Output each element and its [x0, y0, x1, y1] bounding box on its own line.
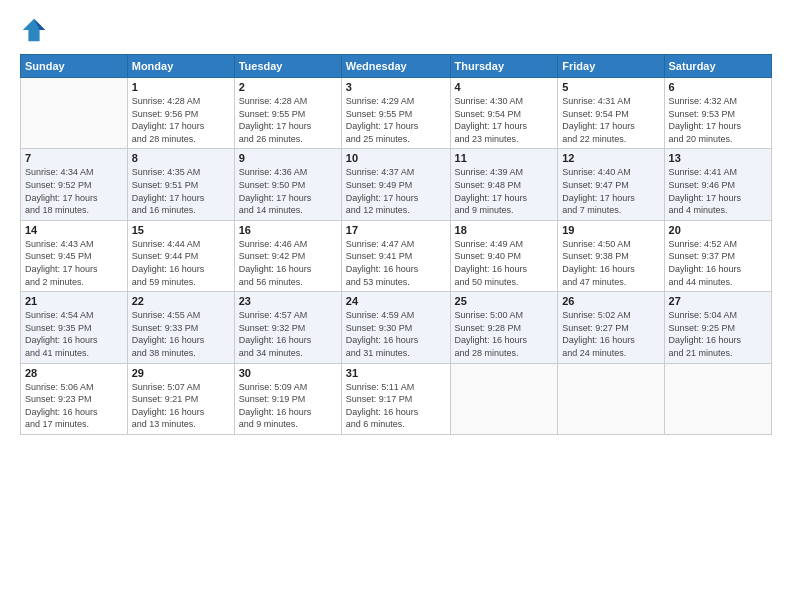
day-cell: 21Sunrise: 4:54 AM Sunset: 9:35 PM Dayli…	[21, 292, 128, 363]
calendar: SundayMondayTuesdayWednesdayThursdayFrid…	[20, 54, 772, 435]
day-number: 24	[346, 295, 446, 307]
day-cell: 26Sunrise: 5:02 AM Sunset: 9:27 PM Dayli…	[558, 292, 664, 363]
day-number: 31	[346, 367, 446, 379]
day-number: 6	[669, 81, 767, 93]
day-info: Sunrise: 4:50 AM Sunset: 9:38 PM Dayligh…	[562, 238, 659, 288]
day-info: Sunrise: 4:31 AM Sunset: 9:54 PM Dayligh…	[562, 95, 659, 145]
day-info: Sunrise: 4:28 AM Sunset: 9:55 PM Dayligh…	[239, 95, 337, 145]
day-number: 13	[669, 152, 767, 164]
week-row-5: 28Sunrise: 5:06 AM Sunset: 9:23 PM Dayli…	[21, 363, 772, 434]
day-cell: 5Sunrise: 4:31 AM Sunset: 9:54 PM Daylig…	[558, 78, 664, 149]
header	[20, 16, 772, 44]
day-info: Sunrise: 5:04 AM Sunset: 9:25 PM Dayligh…	[669, 309, 767, 359]
day-info: Sunrise: 4:44 AM Sunset: 9:44 PM Dayligh…	[132, 238, 230, 288]
day-info: Sunrise: 4:34 AM Sunset: 9:52 PM Dayligh…	[25, 166, 123, 216]
day-cell	[558, 363, 664, 434]
day-cell: 18Sunrise: 4:49 AM Sunset: 9:40 PM Dayli…	[450, 220, 558, 291]
day-info: Sunrise: 5:02 AM Sunset: 9:27 PM Dayligh…	[562, 309, 659, 359]
day-cell: 11Sunrise: 4:39 AM Sunset: 9:48 PM Dayli…	[450, 149, 558, 220]
logo	[20, 16, 52, 44]
day-cell: 14Sunrise: 4:43 AM Sunset: 9:45 PM Dayli…	[21, 220, 128, 291]
day-info: Sunrise: 4:57 AM Sunset: 9:32 PM Dayligh…	[239, 309, 337, 359]
week-row-4: 21Sunrise: 4:54 AM Sunset: 9:35 PM Dayli…	[21, 292, 772, 363]
day-cell: 28Sunrise: 5:06 AM Sunset: 9:23 PM Dayli…	[21, 363, 128, 434]
day-cell: 29Sunrise: 5:07 AM Sunset: 9:21 PM Dayli…	[127, 363, 234, 434]
day-number: 5	[562, 81, 659, 93]
day-cell: 10Sunrise: 4:37 AM Sunset: 9:49 PM Dayli…	[341, 149, 450, 220]
day-info: Sunrise: 5:09 AM Sunset: 9:19 PM Dayligh…	[239, 381, 337, 431]
day-number: 10	[346, 152, 446, 164]
day-info: Sunrise: 4:35 AM Sunset: 9:51 PM Dayligh…	[132, 166, 230, 216]
day-cell: 7Sunrise: 4:34 AM Sunset: 9:52 PM Daylig…	[21, 149, 128, 220]
day-info: Sunrise: 4:32 AM Sunset: 9:53 PM Dayligh…	[669, 95, 767, 145]
day-number: 29	[132, 367, 230, 379]
day-cell: 16Sunrise: 4:46 AM Sunset: 9:42 PM Dayli…	[234, 220, 341, 291]
day-info: Sunrise: 5:06 AM Sunset: 9:23 PM Dayligh…	[25, 381, 123, 431]
day-info: Sunrise: 4:54 AM Sunset: 9:35 PM Dayligh…	[25, 309, 123, 359]
day-number: 17	[346, 224, 446, 236]
day-info: Sunrise: 4:40 AM Sunset: 9:47 PM Dayligh…	[562, 166, 659, 216]
logo-icon	[20, 16, 48, 44]
col-header-wednesday: Wednesday	[341, 55, 450, 78]
col-header-friday: Friday	[558, 55, 664, 78]
day-info: Sunrise: 4:55 AM Sunset: 9:33 PM Dayligh…	[132, 309, 230, 359]
day-info: Sunrise: 4:52 AM Sunset: 9:37 PM Dayligh…	[669, 238, 767, 288]
day-number: 26	[562, 295, 659, 307]
day-number: 7	[25, 152, 123, 164]
day-info: Sunrise: 4:41 AM Sunset: 9:46 PM Dayligh…	[669, 166, 767, 216]
week-row-1: 1Sunrise: 4:28 AM Sunset: 9:56 PM Daylig…	[21, 78, 772, 149]
day-number: 23	[239, 295, 337, 307]
day-cell: 20Sunrise: 4:52 AM Sunset: 9:37 PM Dayli…	[664, 220, 771, 291]
day-info: Sunrise: 4:28 AM Sunset: 9:56 PM Dayligh…	[132, 95, 230, 145]
day-info: Sunrise: 5:07 AM Sunset: 9:21 PM Dayligh…	[132, 381, 230, 431]
day-number: 21	[25, 295, 123, 307]
day-info: Sunrise: 4:49 AM Sunset: 9:40 PM Dayligh…	[455, 238, 554, 288]
day-number: 9	[239, 152, 337, 164]
day-number: 3	[346, 81, 446, 93]
day-number: 25	[455, 295, 554, 307]
day-number: 11	[455, 152, 554, 164]
header-row: SundayMondayTuesdayWednesdayThursdayFrid…	[21, 55, 772, 78]
day-info: Sunrise: 4:29 AM Sunset: 9:55 PM Dayligh…	[346, 95, 446, 145]
day-cell: 19Sunrise: 4:50 AM Sunset: 9:38 PM Dayli…	[558, 220, 664, 291]
page: SundayMondayTuesdayWednesdayThursdayFrid…	[0, 0, 792, 612]
day-number: 12	[562, 152, 659, 164]
day-cell	[450, 363, 558, 434]
col-header-sunday: Sunday	[21, 55, 128, 78]
day-cell: 17Sunrise: 4:47 AM Sunset: 9:41 PM Dayli…	[341, 220, 450, 291]
day-cell: 2Sunrise: 4:28 AM Sunset: 9:55 PM Daylig…	[234, 78, 341, 149]
day-number: 28	[25, 367, 123, 379]
day-cell	[21, 78, 128, 149]
day-cell: 22Sunrise: 4:55 AM Sunset: 9:33 PM Dayli…	[127, 292, 234, 363]
week-row-2: 7Sunrise: 4:34 AM Sunset: 9:52 PM Daylig…	[21, 149, 772, 220]
day-info: Sunrise: 5:00 AM Sunset: 9:28 PM Dayligh…	[455, 309, 554, 359]
day-info: Sunrise: 5:11 AM Sunset: 9:17 PM Dayligh…	[346, 381, 446, 431]
day-info: Sunrise: 4:39 AM Sunset: 9:48 PM Dayligh…	[455, 166, 554, 216]
day-number: 22	[132, 295, 230, 307]
day-cell: 15Sunrise: 4:44 AM Sunset: 9:44 PM Dayli…	[127, 220, 234, 291]
day-number: 1	[132, 81, 230, 93]
day-number: 30	[239, 367, 337, 379]
col-header-monday: Monday	[127, 55, 234, 78]
week-row-3: 14Sunrise: 4:43 AM Sunset: 9:45 PM Dayli…	[21, 220, 772, 291]
day-number: 4	[455, 81, 554, 93]
day-cell: 27Sunrise: 5:04 AM Sunset: 9:25 PM Dayli…	[664, 292, 771, 363]
day-number: 18	[455, 224, 554, 236]
day-cell: 6Sunrise: 4:32 AM Sunset: 9:53 PM Daylig…	[664, 78, 771, 149]
day-info: Sunrise: 4:30 AM Sunset: 9:54 PM Dayligh…	[455, 95, 554, 145]
day-number: 2	[239, 81, 337, 93]
day-cell: 4Sunrise: 4:30 AM Sunset: 9:54 PM Daylig…	[450, 78, 558, 149]
day-cell: 8Sunrise: 4:35 AM Sunset: 9:51 PM Daylig…	[127, 149, 234, 220]
day-number: 15	[132, 224, 230, 236]
day-info: Sunrise: 4:36 AM Sunset: 9:50 PM Dayligh…	[239, 166, 337, 216]
col-header-saturday: Saturday	[664, 55, 771, 78]
day-cell: 24Sunrise: 4:59 AM Sunset: 9:30 PM Dayli…	[341, 292, 450, 363]
day-info: Sunrise: 4:37 AM Sunset: 9:49 PM Dayligh…	[346, 166, 446, 216]
day-number: 20	[669, 224, 767, 236]
col-header-tuesday: Tuesday	[234, 55, 341, 78]
day-cell: 25Sunrise: 5:00 AM Sunset: 9:28 PM Dayli…	[450, 292, 558, 363]
day-cell: 13Sunrise: 4:41 AM Sunset: 9:46 PM Dayli…	[664, 149, 771, 220]
day-cell: 12Sunrise: 4:40 AM Sunset: 9:47 PM Dayli…	[558, 149, 664, 220]
day-cell: 30Sunrise: 5:09 AM Sunset: 9:19 PM Dayli…	[234, 363, 341, 434]
day-number: 8	[132, 152, 230, 164]
